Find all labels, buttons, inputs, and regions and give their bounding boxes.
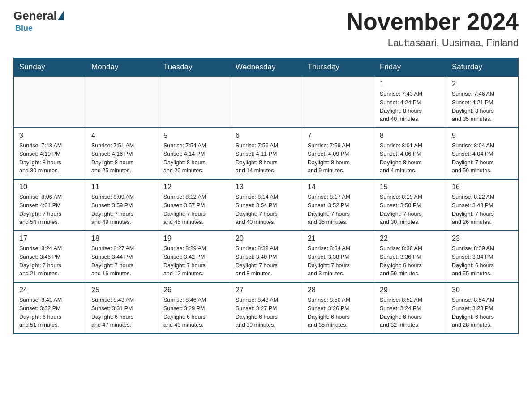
location-subtitle: Lauttasaari, Uusimaa, Finland [347, 37, 519, 49]
day-number: 14 [308, 183, 369, 191]
calendar-cell [14, 77, 86, 128]
calendar-week-5: 24Sunrise: 8:41 AM Sunset: 3:32 PM Dayli… [14, 282, 519, 334]
weekday-header-thursday: Thursday [302, 58, 374, 77]
calendar-week-1: 1Sunrise: 7:43 AM Sunset: 4:24 PM Daylig… [14, 77, 519, 128]
day-number: 20 [236, 235, 296, 243]
day-number: 11 [91, 183, 152, 191]
calendar-week-2: 3Sunrise: 7:48 AM Sunset: 4:19 PM Daylig… [14, 128, 519, 179]
logo: General Blue [13, 9, 64, 33]
day-info: Sunrise: 8:09 AM Sunset: 3:59 PM Dayligh… [91, 193, 152, 227]
calendar-cell: 10Sunrise: 8:06 AM Sunset: 4:01 PM Dayli… [14, 179, 86, 231]
day-number: 10 [19, 183, 80, 191]
day-info: Sunrise: 8:34 AM Sunset: 3:38 PM Dayligh… [308, 244, 369, 278]
day-info: Sunrise: 8:24 AM Sunset: 3:46 PM Dayligh… [19, 244, 80, 278]
day-info: Sunrise: 8:17 AM Sunset: 3:52 PM Dayligh… [308, 193, 369, 227]
calendar-cell: 24Sunrise: 8:41 AM Sunset: 3:32 PM Dayli… [14, 282, 86, 334]
day-info: Sunrise: 7:54 AM Sunset: 4:14 PM Dayligh… [163, 141, 224, 175]
calendar-cell: 1Sunrise: 7:43 AM Sunset: 4:24 PM Daylig… [374, 77, 446, 128]
calendar-cell: 23Sunrise: 8:39 AM Sunset: 3:34 PM Dayli… [446, 231, 519, 282]
logo-blue-text: Blue [15, 24, 33, 33]
day-info: Sunrise: 7:48 AM Sunset: 4:19 PM Dayligh… [19, 141, 80, 175]
calendar-cell: 9Sunrise: 8:04 AM Sunset: 4:04 PM Daylig… [446, 128, 519, 179]
day-info: Sunrise: 8:43 AM Sunset: 3:31 PM Dayligh… [91, 296, 152, 330]
day-info: Sunrise: 8:29 AM Sunset: 3:42 PM Dayligh… [163, 244, 224, 278]
calendar-cell: 27Sunrise: 8:48 AM Sunset: 3:27 PM Dayli… [230, 282, 302, 334]
day-info: Sunrise: 8:46 AM Sunset: 3:29 PM Dayligh… [163, 296, 224, 330]
day-number: 18 [91, 235, 152, 243]
day-number: 3 [19, 132, 80, 140]
day-info: Sunrise: 8:19 AM Sunset: 3:50 PM Dayligh… [380, 193, 441, 227]
calendar-cell: 15Sunrise: 8:19 AM Sunset: 3:50 PM Dayli… [374, 179, 446, 231]
day-number: 29 [380, 286, 441, 294]
calendar-cell: 7Sunrise: 7:59 AM Sunset: 4:09 PM Daylig… [302, 128, 374, 179]
day-info: Sunrise: 7:59 AM Sunset: 4:09 PM Dayligh… [308, 141, 369, 175]
day-info: Sunrise: 8:14 AM Sunset: 3:54 PM Dayligh… [236, 193, 296, 227]
day-info: Sunrise: 7:46 AM Sunset: 4:21 PM Dayligh… [452, 90, 513, 124]
day-number: 17 [19, 235, 80, 243]
day-info: Sunrise: 8:22 AM Sunset: 3:48 PM Dayligh… [452, 193, 513, 227]
day-info: Sunrise: 7:51 AM Sunset: 4:16 PM Dayligh… [91, 141, 152, 175]
calendar-cell [230, 77, 302, 128]
calendar-cell: 28Sunrise: 8:50 AM Sunset: 3:26 PM Dayli… [302, 282, 374, 334]
calendar-cell: 25Sunrise: 8:43 AM Sunset: 3:31 PM Dayli… [86, 282, 158, 334]
calendar-cell: 17Sunrise: 8:24 AM Sunset: 3:46 PM Dayli… [14, 231, 86, 282]
day-number: 12 [163, 183, 224, 191]
calendar-cell [302, 77, 374, 128]
calendar-cell: 6Sunrise: 7:56 AM Sunset: 4:11 PM Daylig… [230, 128, 302, 179]
logo-general-text: General [13, 9, 57, 23]
day-info: Sunrise: 8:41 AM Sunset: 3:32 PM Dayligh… [19, 296, 80, 330]
day-info: Sunrise: 8:36 AM Sunset: 3:36 PM Dayligh… [380, 244, 441, 278]
calendar-cell: 3Sunrise: 7:48 AM Sunset: 4:19 PM Daylig… [14, 128, 86, 179]
day-info: Sunrise: 8:32 AM Sunset: 3:40 PM Dayligh… [236, 244, 296, 278]
calendar-cell: 11Sunrise: 8:09 AM Sunset: 3:59 PM Dayli… [86, 179, 158, 231]
calendar-week-3: 10Sunrise: 8:06 AM Sunset: 4:01 PM Dayli… [14, 179, 519, 231]
calendar-cell: 2Sunrise: 7:46 AM Sunset: 4:21 PM Daylig… [446, 77, 519, 128]
calendar-week-4: 17Sunrise: 8:24 AM Sunset: 3:46 PM Dayli… [14, 231, 519, 282]
day-info: Sunrise: 8:52 AM Sunset: 3:24 PM Dayligh… [380, 296, 441, 330]
day-number: 8 [380, 132, 441, 140]
day-number: 4 [91, 132, 152, 140]
day-number: 25 [91, 286, 152, 294]
day-number: 24 [19, 286, 80, 294]
day-info: Sunrise: 7:56 AM Sunset: 4:11 PM Dayligh… [236, 141, 296, 175]
day-number: 26 [163, 286, 224, 294]
calendar-cell [86, 77, 158, 128]
day-number: 2 [452, 80, 513, 88]
month-title: November 2024 [347, 9, 519, 34]
logo-triangle-icon [58, 10, 64, 20]
calendar-cell: 14Sunrise: 8:17 AM Sunset: 3:52 PM Dayli… [302, 179, 374, 231]
day-number: 5 [163, 132, 224, 140]
calendar-cell: 30Sunrise: 8:54 AM Sunset: 3:23 PM Dayli… [446, 282, 519, 334]
calendar-cell: 19Sunrise: 8:29 AM Sunset: 3:42 PM Dayli… [158, 231, 230, 282]
calendar-table: SundayMondayTuesdayWednesdayThursdayFrid… [13, 58, 519, 334]
day-number: 23 [452, 235, 513, 243]
calendar-cell: 18Sunrise: 8:27 AM Sunset: 3:44 PM Dayli… [86, 231, 158, 282]
calendar-cell: 26Sunrise: 8:46 AM Sunset: 3:29 PM Dayli… [158, 282, 230, 334]
day-number: 7 [308, 132, 369, 140]
day-info: Sunrise: 8:01 AM Sunset: 4:06 PM Dayligh… [380, 141, 441, 175]
day-number: 15 [380, 183, 441, 191]
day-number: 19 [163, 235, 224, 243]
title-block: November 2024 Lauttasaari, Uusimaa, Finl… [347, 9, 519, 49]
calendar-cell: 5Sunrise: 7:54 AM Sunset: 4:14 PM Daylig… [158, 128, 230, 179]
calendar-header-row: SundayMondayTuesdayWednesdayThursdayFrid… [14, 58, 519, 77]
day-number: 1 [380, 80, 441, 88]
calendar-cell: 4Sunrise: 7:51 AM Sunset: 4:16 PM Daylig… [86, 128, 158, 179]
day-info: Sunrise: 8:06 AM Sunset: 4:01 PM Dayligh… [19, 193, 80, 227]
calendar-cell: 22Sunrise: 8:36 AM Sunset: 3:36 PM Dayli… [374, 231, 446, 282]
day-number: 9 [452, 132, 513, 140]
weekday-header-tuesday: Tuesday [158, 58, 230, 77]
day-info: Sunrise: 8:54 AM Sunset: 3:23 PM Dayligh… [452, 296, 513, 330]
weekday-header-saturday: Saturday [446, 58, 519, 77]
day-info: Sunrise: 7:43 AM Sunset: 4:24 PM Dayligh… [380, 90, 441, 124]
day-info: Sunrise: 8:39 AM Sunset: 3:34 PM Dayligh… [452, 244, 513, 278]
calendar-cell: 20Sunrise: 8:32 AM Sunset: 3:40 PM Dayli… [230, 231, 302, 282]
day-number: 16 [452, 183, 513, 191]
weekday-header-monday: Monday [86, 58, 158, 77]
weekday-header-sunday: Sunday [14, 58, 86, 77]
day-info: Sunrise: 8:48 AM Sunset: 3:27 PM Dayligh… [236, 296, 296, 330]
day-number: 22 [380, 235, 441, 243]
day-number: 30 [452, 286, 513, 294]
day-info: Sunrise: 8:50 AM Sunset: 3:26 PM Dayligh… [308, 296, 369, 330]
weekday-header-wednesday: Wednesday [230, 58, 302, 77]
